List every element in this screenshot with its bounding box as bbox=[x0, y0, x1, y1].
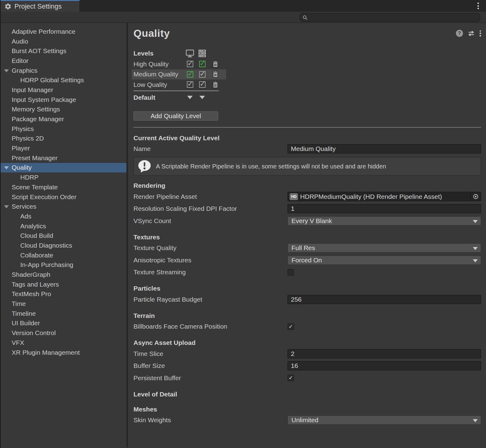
sidebar-item-adaptive-performance[interactable]: Adaptive Performance bbox=[1, 27, 126, 37]
render-pipeline-asset-object-field[interactable]: HDHDRPMediumQuality (HD Render Pipeline … bbox=[287, 192, 481, 201]
name-field[interactable] bbox=[287, 144, 481, 153]
search-input[interactable] bbox=[310, 14, 480, 21]
sidebar-item-shadergraph[interactable]: ShaderGraph bbox=[1, 270, 126, 280]
sidebar-item-hdrp-global-settings[interactable]: HDRP Global Settings bbox=[1, 75, 126, 85]
sidebar-item-input-manager[interactable]: Input Manager bbox=[1, 85, 126, 95]
sidebar-item-player[interactable]: Player bbox=[1, 143, 126, 153]
resolution-scaling-fixed-dpi-factor-field[interactable] bbox=[287, 204, 481, 213]
trash-icon[interactable] bbox=[208, 60, 222, 68]
sidebar-item-package-manager[interactable]: Package Manager bbox=[1, 114, 126, 124]
sidebar-item-time[interactable]: Time bbox=[1, 299, 126, 309]
quality-level-name: Medium Quality bbox=[133, 71, 184, 78]
time-slice-field[interactable] bbox=[287, 349, 481, 358]
field-label: Billboards Face Camera Position bbox=[133, 323, 287, 330]
sidebar-item-physics[interactable]: Physics bbox=[1, 124, 126, 134]
foldout-icon[interactable] bbox=[4, 205, 9, 208]
sidebar-item-cloud-diagnostics[interactable]: Cloud Diagnostics bbox=[1, 241, 126, 250]
sidebar-item-editor[interactable]: Editor bbox=[1, 56, 126, 66]
sidebar-item-input-system-package[interactable]: Input System Package bbox=[1, 95, 126, 105]
sidebar-item-xr-plugin-management[interactable]: XR Plugin Management bbox=[1, 348, 126, 357]
sidebar-item-timeline[interactable]: Timeline bbox=[1, 309, 126, 319]
sidebar-item-label: Quality bbox=[12, 164, 32, 171]
sidebar-item-audio[interactable]: Audio bbox=[1, 37, 126, 46]
sidebar-item-services[interactable]: Services bbox=[1, 202, 126, 211]
foldout-icon[interactable] bbox=[4, 69, 9, 72]
presets-icon[interactable] bbox=[468, 30, 475, 37]
sidebar-item-label: ShaderGraph bbox=[12, 271, 50, 278]
texture-streaming-checkbox[interactable] bbox=[287, 269, 294, 276]
sidebar-item-label: VFX bbox=[12, 339, 24, 346]
sidebar-item-cloud-build[interactable]: Cloud Build bbox=[1, 231, 126, 241]
platform-default-checkbox[interactable] bbox=[187, 71, 193, 78]
anisotropic-textures-dropdown[interactable]: Forced On bbox=[287, 256, 481, 265]
trash-icon[interactable] bbox=[208, 81, 222, 88]
field-label: Anisotropic Textures bbox=[133, 257, 287, 264]
object-picker-icon[interactable] bbox=[470, 192, 481, 201]
section-header-meshes: Meshes bbox=[133, 404, 481, 414]
sidebar-item-analytics[interactable]: Analytics bbox=[1, 221, 126, 231]
dropdown-value: Unlimited bbox=[291, 416, 318, 424]
window-menu-icon[interactable] bbox=[477, 2, 479, 9]
platform-default-checkbox[interactable] bbox=[199, 71, 206, 78]
sidebar-item-label: In-App Purchasing bbox=[20, 261, 73, 268]
sidebar-item-label: Timeline bbox=[12, 310, 36, 317]
help-icon[interactable]: ? bbox=[456, 30, 463, 37]
setting-row-anisotropic-textures: Anisotropic TexturesForced On bbox=[133, 254, 481, 266]
platform-default-checkbox[interactable] bbox=[199, 81, 206, 88]
sidebar-item-label: Analytics bbox=[20, 222, 46, 230]
sidebar-item-ui-builder[interactable]: UI Builder bbox=[1, 319, 126, 328]
sidebar-item-script-execution-order[interactable]: Script Execution Order bbox=[1, 192, 126, 202]
sidebar-item-in-app-purchasing[interactable]: In-App Purchasing bbox=[1, 260, 126, 270]
sidebar-item-label: Package Manager bbox=[12, 115, 64, 123]
sidebar-item-label: UI Builder bbox=[12, 319, 40, 327]
platform-default-checkbox[interactable] bbox=[187, 61, 193, 67]
sidebar-item-memory-settings[interactable]: Memory Settings bbox=[1, 105, 126, 114]
add-quality-level-button[interactable]: Add Quality Level bbox=[133, 111, 218, 121]
setting-row-name: Name bbox=[133, 143, 481, 155]
quality-level-row-high-quality[interactable]: High Quality bbox=[133, 59, 226, 69]
chevron-down-icon[interactable] bbox=[187, 96, 193, 99]
quality-level-name: High Quality bbox=[133, 60, 184, 68]
trash-icon[interactable] bbox=[208, 71, 222, 78]
default-row: Default bbox=[133, 91, 226, 104]
setting-row-particle-raycast-budget: Particle Raycast Budget bbox=[133, 293, 481, 306]
sidebar-item-graphics[interactable]: Graphics bbox=[1, 66, 126, 75]
tab-project-settings[interactable]: Project Settings bbox=[1, 0, 80, 12]
sidebar-item-scene-template[interactable]: Scene Template bbox=[1, 182, 126, 192]
sidebar-item-label: Scene Template bbox=[12, 183, 58, 191]
buffer-size-field[interactable] bbox=[287, 361, 481, 370]
search-box[interactable] bbox=[300, 13, 480, 22]
persistent-buffer-checkbox[interactable] bbox=[287, 375, 294, 381]
chevron-down-icon[interactable] bbox=[199, 96, 205, 99]
sidebar-item-preset-manager[interactable]: Preset Manager bbox=[1, 153, 126, 163]
quality-level-row-medium-quality[interactable]: Medium Quality bbox=[132, 69, 226, 80]
foldout-icon[interactable] bbox=[4, 166, 9, 169]
section-header-current-active-quality-level: Current Active Quality Level bbox=[133, 133, 481, 143]
sidebar-item-physics-2d[interactable]: Physics 2D bbox=[1, 134, 126, 144]
sidebar-item-collaborate[interactable]: Collaborate bbox=[1, 250, 126, 260]
sidebar-item-quality[interactable]: Quality bbox=[1, 163, 126, 173]
sidebar-item-vfx[interactable]: VFX bbox=[1, 338, 126, 348]
sidebar-item-version-control[interactable]: Version Control bbox=[1, 328, 126, 338]
sidebar-item-ads[interactable]: Ads bbox=[1, 211, 126, 221]
vsync-count-dropdown[interactable]: Every V Blank bbox=[287, 216, 481, 226]
quality-level-row-low-quality[interactable]: Low Quality bbox=[133, 79, 226, 90]
particle-raycast-budget-field[interactable] bbox=[287, 295, 481, 304]
setting-row-texture-streaming: Texture Streaming bbox=[133, 266, 481, 279]
sidebar-item-label: XR Plugin Management bbox=[12, 349, 80, 356]
platform-default-checkbox[interactable] bbox=[187, 81, 193, 88]
platform-default-checkbox[interactable] bbox=[199, 61, 206, 67]
sidebar-item-hdrp[interactable]: HDRP bbox=[1, 172, 126, 182]
texture-quality-dropdown[interactable]: Full Res bbox=[287, 243, 481, 253]
field-label: Persistent Buffer bbox=[133, 374, 287, 382]
sidebar-item-label: Editor bbox=[12, 57, 29, 64]
hd-asset-icon: HD bbox=[290, 193, 298, 200]
panel-menu-icon[interactable] bbox=[480, 30, 481, 37]
sidebar-item-tags-and-layers[interactable]: Tags and Layers bbox=[1, 280, 126, 289]
sidebar-item-textmesh-pro[interactable]: TextMesh Pro bbox=[1, 289, 126, 299]
skin-weights-dropdown[interactable]: Unlimited bbox=[287, 415, 481, 425]
sidebar-item-burst-aot-settings[interactable]: Burst AOT Settings bbox=[1, 46, 126, 56]
sidebar-item-label: HDRP Global Settings bbox=[20, 76, 84, 84]
billboards-face-camera-position-checkbox[interactable] bbox=[287, 323, 294, 330]
settings-sidebar: Adaptive PerformanceAudioBurst AOT Setti… bbox=[1, 23, 128, 447]
